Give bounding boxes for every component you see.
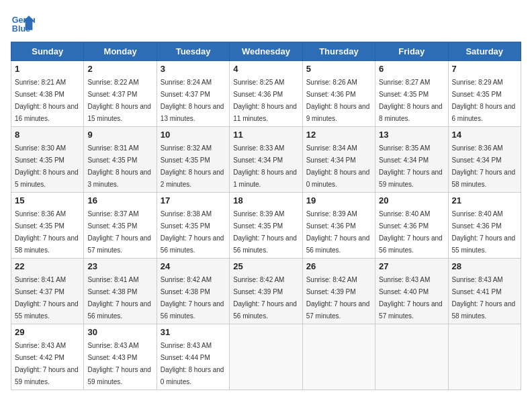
calendar-cell: 30 Sunrise: 8:43 AMSunset: 4:43 PMDaylig… bbox=[84, 324, 157, 390]
day-info: Sunrise: 8:37 AMSunset: 4:35 PMDaylight:… bbox=[87, 210, 151, 254]
day-info: Sunrise: 8:36 AMSunset: 4:35 PMDaylight:… bbox=[15, 210, 79, 254]
calendar-cell: 4 Sunrise: 8:25 AMSunset: 4:36 PMDayligh… bbox=[230, 61, 302, 127]
day-info: Sunrise: 8:21 AMSunset: 4:38 PMDaylight:… bbox=[15, 79, 79, 122]
day-number: 8 bbox=[15, 130, 80, 140]
calendar-cell: 14 Sunrise: 8:36 AMSunset: 4:34 PMDaylig… bbox=[448, 127, 521, 193]
day-info: Sunrise: 8:27 AMSunset: 4:35 PMDaylight:… bbox=[379, 79, 443, 122]
day-info: Sunrise: 8:33 AMSunset: 4:34 PMDaylight:… bbox=[233, 144, 297, 188]
calendar-cell: 6 Sunrise: 8:27 AMSunset: 4:35 PMDayligh… bbox=[375, 61, 448, 127]
day-info: Sunrise: 8:38 AMSunset: 4:35 PMDaylight:… bbox=[161, 210, 224, 254]
calendar-cell: 25 Sunrise: 8:42 AMSunset: 4:39 PMDaylig… bbox=[230, 259, 302, 324]
day-number: 12 bbox=[306, 130, 371, 140]
day-number: 22 bbox=[15, 261, 80, 271]
day-number: 19 bbox=[306, 195, 371, 205]
calendar-cell: 1 Sunrise: 8:21 AMSunset: 4:38 PMDayligh… bbox=[11, 61, 84, 127]
day-number: 14 bbox=[452, 130, 517, 140]
day-info: Sunrise: 8:41 AMSunset: 4:38 PMDaylight:… bbox=[87, 276, 151, 320]
day-info: Sunrise: 8:42 AMSunset: 4:39 PMDaylight:… bbox=[306, 276, 370, 320]
calendar-cell: 18 Sunrise: 8:39 AMSunset: 4:35 PMDaylig… bbox=[230, 193, 302, 259]
day-number: 9 bbox=[87, 130, 152, 140]
calendar-cell: 23 Sunrise: 8:41 AMSunset: 4:38 PMDaylig… bbox=[84, 259, 157, 324]
day-number: 29 bbox=[15, 327, 80, 337]
day-info: Sunrise: 8:22 AMSunset: 4:37 PMDaylight:… bbox=[87, 79, 151, 122]
day-info: Sunrise: 8:41 AMSunset: 4:37 PMDaylight:… bbox=[15, 276, 79, 320]
weekday-header-row: SundayMondayTuesdayWednesdayThursdayFrid… bbox=[11, 42, 521, 61]
day-info: Sunrise: 8:24 AMSunset: 4:37 PMDaylight:… bbox=[161, 79, 224, 122]
day-number: 23 bbox=[87, 261, 152, 271]
day-info: Sunrise: 8:35 AMSunset: 4:34 PMDaylight:… bbox=[379, 144, 443, 188]
page-header: General Blue bbox=[11, 11, 521, 35]
calendar-cell: 29 Sunrise: 8:43 AMSunset: 4:42 PMDaylig… bbox=[11, 324, 84, 390]
calendar-cell: 5 Sunrise: 8:26 AMSunset: 4:36 PMDayligh… bbox=[302, 61, 375, 127]
day-number: 21 bbox=[452, 195, 517, 205]
calendar-cell: 24 Sunrise: 8:42 AMSunset: 4:38 PMDaylig… bbox=[157, 259, 229, 324]
day-number: 30 bbox=[87, 327, 152, 337]
day-info: Sunrise: 8:30 AMSunset: 4:35 PMDaylight:… bbox=[15, 144, 79, 188]
day-number: 26 bbox=[306, 261, 371, 271]
day-number: 17 bbox=[161, 195, 226, 205]
day-info: Sunrise: 8:43 AMSunset: 4:43 PMDaylight:… bbox=[87, 342, 151, 385]
logo-icon: General Blue bbox=[11, 11, 35, 35]
day-number: 6 bbox=[379, 64, 444, 74]
calendar-cell: 9 Sunrise: 8:31 AMSunset: 4:35 PMDayligh… bbox=[84, 127, 157, 193]
day-info: Sunrise: 8:40 AMSunset: 4:36 PMDaylight:… bbox=[452, 210, 516, 254]
calendar-cell bbox=[448, 324, 521, 390]
calendar-cell: 3 Sunrise: 8:24 AMSunset: 4:37 PMDayligh… bbox=[157, 61, 229, 127]
day-number: 11 bbox=[233, 130, 298, 140]
day-number: 20 bbox=[379, 195, 444, 205]
logo: General Blue bbox=[11, 11, 35, 35]
weekday-header-wednesday: Wednesday bbox=[230, 42, 302, 61]
calendar-cell: 15 Sunrise: 8:36 AMSunset: 4:35 PMDaylig… bbox=[11, 193, 84, 259]
day-number: 1 bbox=[15, 64, 80, 74]
calendar-cell: 22 Sunrise: 8:41 AMSunset: 4:37 PMDaylig… bbox=[11, 259, 84, 324]
calendar-cell: 11 Sunrise: 8:33 AMSunset: 4:34 PMDaylig… bbox=[230, 127, 302, 193]
day-info: Sunrise: 8:26 AMSunset: 4:36 PMDaylight:… bbox=[306, 79, 370, 122]
day-number: 5 bbox=[306, 64, 371, 74]
day-info: Sunrise: 8:34 AMSunset: 4:34 PMDaylight:… bbox=[306, 144, 370, 188]
day-number: 3 bbox=[161, 64, 226, 74]
calendar-cell: 10 Sunrise: 8:32 AMSunset: 4:35 PMDaylig… bbox=[157, 127, 229, 193]
calendar-week-2: 8 Sunrise: 8:30 AMSunset: 4:35 PMDayligh… bbox=[11, 127, 521, 193]
calendar-body: 1 Sunrise: 8:21 AMSunset: 4:38 PMDayligh… bbox=[11, 61, 521, 390]
day-info: Sunrise: 8:25 AMSunset: 4:36 PMDaylight:… bbox=[233, 79, 297, 122]
calendar-cell: 21 Sunrise: 8:40 AMSunset: 4:36 PMDaylig… bbox=[448, 193, 521, 259]
day-number: 27 bbox=[379, 261, 444, 271]
calendar-week-1: 1 Sunrise: 8:21 AMSunset: 4:38 PMDayligh… bbox=[11, 61, 521, 127]
day-number: 18 bbox=[233, 195, 298, 205]
day-number: 15 bbox=[15, 195, 80, 205]
calendar-cell: 17 Sunrise: 8:38 AMSunset: 4:35 PMDaylig… bbox=[157, 193, 229, 259]
day-number: 4 bbox=[233, 64, 298, 74]
calendar-cell: 2 Sunrise: 8:22 AMSunset: 4:37 PMDayligh… bbox=[84, 61, 157, 127]
weekday-header-monday: Monday bbox=[84, 42, 157, 61]
day-number: 7 bbox=[452, 64, 517, 74]
calendar-cell bbox=[375, 324, 448, 390]
day-info: Sunrise: 8:31 AMSunset: 4:35 PMDaylight:… bbox=[87, 144, 151, 188]
day-info: Sunrise: 8:32 AMSunset: 4:35 PMDaylight:… bbox=[161, 144, 224, 188]
day-info: Sunrise: 8:36 AMSunset: 4:34 PMDaylight:… bbox=[452, 144, 516, 188]
day-info: Sunrise: 8:39 AMSunset: 4:36 PMDaylight:… bbox=[306, 210, 370, 254]
day-number: 10 bbox=[161, 130, 226, 140]
day-number: 24 bbox=[161, 261, 226, 271]
calendar-cell: 12 Sunrise: 8:34 AMSunset: 4:34 PMDaylig… bbox=[302, 127, 375, 193]
day-info: Sunrise: 8:43 AMSunset: 4:40 PMDaylight:… bbox=[379, 276, 443, 320]
weekday-header-sunday: Sunday bbox=[11, 42, 84, 61]
calendar-cell: 7 Sunrise: 8:29 AMSunset: 4:35 PMDayligh… bbox=[448, 61, 521, 127]
calendar-cell: 19 Sunrise: 8:39 AMSunset: 4:36 PMDaylig… bbox=[302, 193, 375, 259]
day-number: 13 bbox=[379, 130, 444, 140]
calendar-cell: 31 Sunrise: 8:43 AMSunset: 4:44 PMDaylig… bbox=[157, 324, 229, 390]
day-info: Sunrise: 8:43 AMSunset: 4:44 PMDaylight:… bbox=[161, 342, 224, 385]
calendar-cell: 8 Sunrise: 8:30 AMSunset: 4:35 PMDayligh… bbox=[11, 127, 84, 193]
calendar-cell: 16 Sunrise: 8:37 AMSunset: 4:35 PMDaylig… bbox=[84, 193, 157, 259]
calendar-cell: 28 Sunrise: 8:43 AMSunset: 4:41 PMDaylig… bbox=[448, 259, 521, 324]
day-info: Sunrise: 8:42 AMSunset: 4:38 PMDaylight:… bbox=[161, 276, 224, 320]
day-number: 2 bbox=[87, 64, 152, 74]
weekday-header-tuesday: Tuesday bbox=[157, 42, 229, 61]
calendar-week-5: 29 Sunrise: 8:43 AMSunset: 4:42 PMDaylig… bbox=[11, 324, 521, 390]
day-info: Sunrise: 8:29 AMSunset: 4:35 PMDaylight:… bbox=[452, 79, 516, 122]
calendar-week-3: 15 Sunrise: 8:36 AMSunset: 4:35 PMDaylig… bbox=[11, 193, 521, 259]
calendar-cell bbox=[302, 324, 375, 390]
calendar-cell: 26 Sunrise: 8:42 AMSunset: 4:39 PMDaylig… bbox=[302, 259, 375, 324]
calendar-cell: 20 Sunrise: 8:40 AMSunset: 4:36 PMDaylig… bbox=[375, 193, 448, 259]
calendar-cell bbox=[230, 324, 302, 390]
day-info: Sunrise: 8:40 AMSunset: 4:36 PMDaylight:… bbox=[379, 210, 443, 254]
